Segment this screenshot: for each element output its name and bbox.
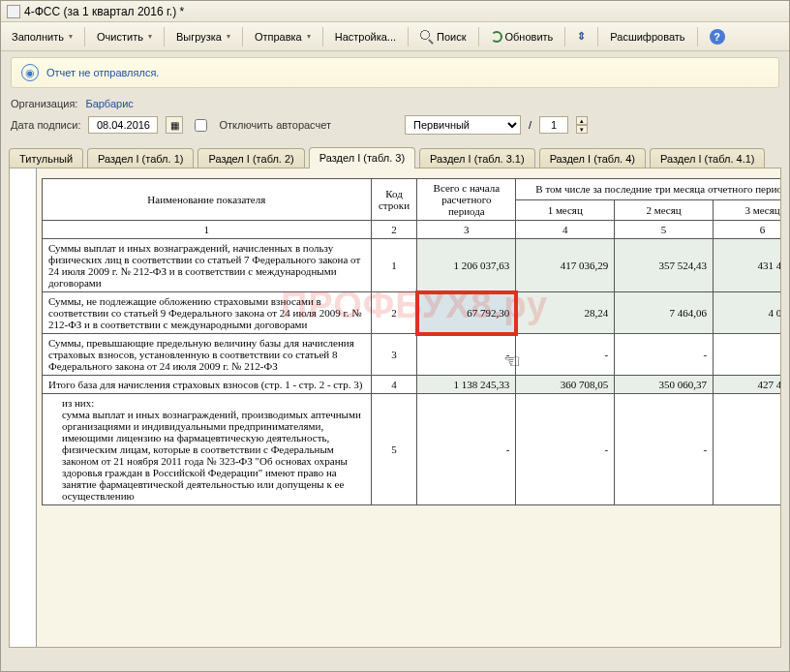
cell-value[interactable]: 28,24 (516, 292, 615, 334)
header-total: Всего с начала расчетного периода (417, 179, 516, 221)
expand-icon: ⇕ (577, 30, 586, 43)
tab-2[interactable]: Раздел I (табл. 2) (198, 148, 304, 168)
cell-code: 3 (371, 334, 417, 376)
separator (408, 27, 409, 46)
cell-value[interactable]: 417 036,29 (516, 239, 615, 292)
cell-value[interactable]: - (516, 394, 615, 505)
cell-value[interactable]: 357 524,43 (615, 239, 714, 292)
disable-autocalc-label: Отключить авторасчет (219, 119, 331, 131)
cell-code: 2 (371, 292, 417, 334)
separator (84, 27, 85, 46)
date-input[interactable] (88, 116, 158, 134)
cell-value[interactable]: 431 476,91 (714, 239, 781, 292)
table-row: Суммы выплат и иных вознаграждений, начи… (43, 239, 782, 292)
tab-6[interactable]: Раздел I (табл. 4.1) (650, 148, 766, 168)
cell-value[interactable]: 350 060,37 (615, 376, 714, 394)
tabs-row: ТитульныйРаздел I (табл. 1)Раздел I (таб… (1, 144, 789, 168)
cell-value[interactable]: - (417, 334, 516, 376)
separator (322, 27, 323, 46)
app-icon (7, 5, 20, 18)
fill-button[interactable]: Заполнить (5, 27, 79, 46)
tab-5[interactable]: Раздел I (табл. 4) (539, 148, 646, 168)
table-container[interactable]: ПРОФБУХ8.ру Наименование показателя Код … (9, 168, 781, 648)
correction-number-input[interactable] (539, 116, 568, 134)
refresh-icon (491, 31, 502, 43)
org-label: Организация: (11, 98, 77, 109)
cell-value[interactable]: 360 708,05 (516, 376, 615, 394)
cell-name: Суммы, не подлежащие обложению страховым… (43, 292, 372, 334)
toolbar: Заполнить Очистить Выгрузка Отправка Нас… (1, 22, 789, 51)
settings-button[interactable]: Настройка... (328, 27, 403, 46)
header-m2: 2 месяц (615, 199, 714, 221)
table-row: Суммы, превышающие предельную величину б… (43, 334, 782, 376)
separator (478, 27, 479, 46)
divider: / (529, 119, 532, 131)
spin-buttons: ▴ ▾ (576, 116, 588, 134)
cell-code: 4 (371, 376, 417, 394)
eye-icon: ◉ (21, 64, 39, 81)
window-title: 4-ФСС (за 1 квартал 2016 г.) * (24, 5, 184, 18)
cell-code: 5 (371, 394, 417, 505)
tab-1[interactable]: Раздел I (табл. 1) (87, 148, 194, 168)
decode-button[interactable]: Расшифровать (603, 27, 691, 46)
report-kind-select[interactable]: Первичный (405, 115, 521, 135)
disable-autocalc-checkbox[interactable] (195, 119, 207, 132)
header-m3: 3 месяц (714, 199, 781, 221)
separator (564, 27, 565, 46)
export-button[interactable]: Выгрузка (169, 27, 237, 46)
cell-value[interactable]: 7 464,06 (615, 292, 714, 334)
separator (242, 27, 243, 46)
status-panel: ◉ Отчет не отправлялся. (11, 57, 779, 88)
cell-value[interactable]: - (714, 334, 781, 376)
expand-button[interactable]: ⇕ (570, 26, 592, 46)
cell-value[interactable]: 427 476,91 (714, 376, 781, 394)
table-row: Суммы, не подлежащие обложению страховым… (43, 292, 782, 334)
tab-3[interactable]: Раздел I (табл. 3) (309, 147, 415, 168)
separator (697, 27, 698, 46)
search-button[interactable]: Поиск (413, 26, 472, 47)
date-label: Дата подписи: (11, 119, 80, 131)
table-row: Итого база для начисления страховых взно… (43, 376, 782, 394)
colnum-2: 2 (371, 221, 417, 239)
cell-value[interactable]: 4 000,00 (714, 292, 781, 334)
help-icon: ? (710, 29, 725, 45)
table-row: из них: сумма выплат и иных вознагражден… (43, 394, 782, 505)
colnum-5: 5 (615, 221, 714, 239)
cell-name: Суммы выплат и иных вознаграждений, начи… (43, 239, 372, 292)
colnum-6: 6 (714, 221, 781, 239)
cell-value[interactable]: - (417, 394, 516, 505)
search-icon (420, 30, 434, 44)
cell-value[interactable]: - (615, 334, 714, 376)
title-bar: 4-ФСС (за 1 квартал 2016 г.) * (1, 1, 789, 22)
cell-value[interactable]: - (714, 394, 781, 505)
spin-down-button[interactable]: ▾ (576, 125, 588, 134)
header-months-group: В том числе за последние три месяца отче… (516, 179, 781, 200)
cell-value[interactable]: - (615, 394, 714, 505)
cell-value[interactable]: 67 792,30 (417, 292, 516, 334)
left-gutter (10, 168, 37, 647)
colnum-1: 1 (43, 221, 372, 239)
refresh-button[interactable]: Обновить (484, 27, 561, 46)
cell-name: Суммы, превышающие предельную величину б… (43, 334, 372, 376)
cell-value[interactable]: - (516, 334, 615, 376)
header-name: Наименование показателя (43, 179, 372, 221)
cell-value[interactable]: 1 138 245,33 (417, 376, 516, 394)
status-text: Отчет не отправлялся. (46, 67, 159, 78)
report-table: Наименование показателя Код строки Всего… (42, 178, 781, 505)
help-button[interactable]: ? (703, 25, 732, 48)
tab-4[interactable]: Раздел I (табл. 3.1) (419, 148, 535, 168)
cell-code: 1 (371, 239, 417, 292)
separator (164, 27, 165, 46)
date-picker-button[interactable]: ▦ (166, 116, 183, 134)
send-button[interactable]: Отправка (248, 27, 318, 46)
header-code: Код строки (371, 179, 417, 221)
cell-value[interactable]: 1 206 037,63 (417, 239, 516, 292)
org-link[interactable]: Барбарис (85, 98, 133, 109)
calendar-icon: ▦ (170, 120, 179, 131)
clear-button[interactable]: Очистить (90, 27, 159, 46)
spin-up-button[interactable]: ▴ (576, 116, 588, 125)
tab-0[interactable]: Титульный (9, 148, 83, 168)
colnum-4: 4 (516, 221, 615, 239)
header-m1: 1 месяц (516, 199, 615, 221)
cell-name: из них: сумма выплат и иных вознагражден… (43, 394, 372, 505)
